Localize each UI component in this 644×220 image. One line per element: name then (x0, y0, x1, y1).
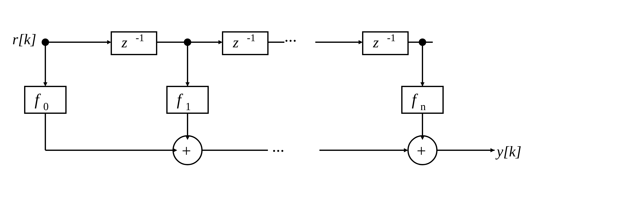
filter-label-1: f (177, 91, 183, 108)
filter-label-0: f (34, 91, 41, 108)
svg-marker-18 (173, 148, 177, 152)
delay-exp-n: -1 (387, 32, 396, 43)
delay-label-2: z (233, 34, 239, 51)
filter-subscript-n: n (420, 101, 426, 112)
tap-0 (42, 38, 49, 46)
filter-subscript-0: 0 (43, 101, 49, 112)
svg-marker-25 (490, 148, 494, 152)
input-label: r[k] (12, 31, 36, 47)
delay-exp-2: -1 (247, 32, 256, 43)
delay-exp-1: -1 (136, 32, 144, 43)
svg-marker-23 (420, 136, 424, 140)
delay-label-1: z (122, 34, 127, 51)
diagram-container: r[k] z -1 z -1 ··· z -1 (0, 0, 644, 220)
dots-bottom: ··· (272, 142, 284, 160)
delay-label-n: z (373, 34, 379, 51)
filter-label-n: f (412, 91, 418, 108)
output-label: y[k] (495, 143, 522, 160)
summer-plus-1: + (182, 142, 191, 160)
delay-block-n (363, 32, 408, 54)
delay-block-2 (222, 32, 268, 54)
dots-top: ··· (284, 32, 297, 50)
summer-plus-n: + (417, 142, 426, 160)
filter-subscript-1: 1 (186, 101, 191, 112)
delay-block-1 (111, 32, 156, 54)
